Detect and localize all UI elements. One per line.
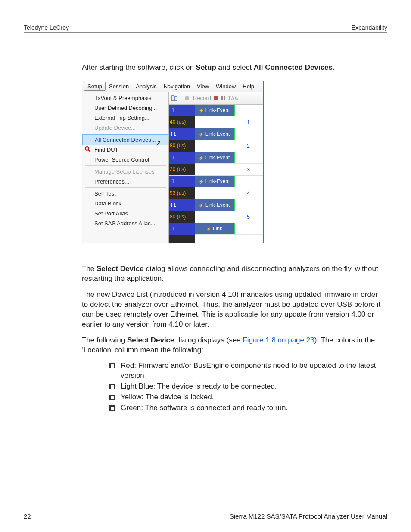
svg-line-1 <box>88 150 90 152</box>
firmware-paragraph: The new Device List (introduced in versi… <box>82 290 383 330</box>
event-label: ⚡Link-Event <box>195 105 235 116</box>
intro-text-suffix: . <box>333 63 335 72</box>
port-cell: I1 <box>169 152 195 164</box>
event-index: 1 <box>234 116 263 128</box>
trace-row: T180 (us)⚡Link-Event5 <box>169 199 263 223</box>
intro-bold-setup: Setup a <box>196 63 222 72</box>
time-cell: 40 (us) <box>169 116 195 128</box>
color-meaning-list: Red: Firmware and/or BusEngine component… <box>82 361 383 413</box>
record-circle-icon[interactable] <box>184 95 190 101</box>
list-item: Yellow: The device is locked. <box>121 392 383 402</box>
trigger-icon[interactable]: TRG <box>228 95 239 101</box>
menu-item[interactable]: Set SAS Address Alias... <box>82 218 168 228</box>
time-cell: 80 (us) <box>169 140 195 152</box>
event-text: Link-Event <box>206 202 230 208</box>
port-cell: I1 <box>169 176 195 187</box>
intro-text: After starting the software, click on <box>82 63 196 72</box>
select-device-paragraph: The Select Device dialog allows connecti… <box>82 264 383 284</box>
trace-row: I1⚡Link <box>169 223 263 243</box>
menubar: Setup Session Analysis Navigation View W… <box>82 81 263 92</box>
menu-window[interactable]: Window <box>212 82 239 91</box>
event-label: ⚡Link-Event <box>195 176 235 187</box>
menu-navigation[interactable]: Navigation <box>160 82 193 91</box>
port-cell: T1 <box>169 128 195 140</box>
intro-text-mid: nd select <box>222 63 254 72</box>
trace-row: I140 (us)⚡Link-Event1 <box>169 105 263 128</box>
menu-item: Manage Setup Licenses <box>82 167 168 177</box>
p-bold: Select Device <box>97 264 144 273</box>
lightning-icon: ⚡ <box>199 156 204 160</box>
setup-dropdown: TxVout & PreemphasisUser Defined Decodin… <box>82 92 169 243</box>
lightning-icon: ⚡ <box>199 108 204 113</box>
svg-rect-3 <box>175 96 177 101</box>
menu-separator <box>85 134 166 134</box>
event-label: ⚡Link-Event <box>195 128 235 140</box>
record-label[interactable]: Record <box>193 95 211 101</box>
menu-session[interactable]: Session <box>106 82 132 91</box>
menu-item[interactable]: User Defined Decoding... <box>82 103 168 113</box>
running-header: Teledyne LeCroy Expandability <box>24 24 387 33</box>
time-cell: 20 (us) <box>169 164 195 175</box>
menu-setup[interactable]: Setup <box>84 82 106 91</box>
p-text: dialog displays (see <box>174 336 243 344</box>
workarea: Record TRG I140 (us)⚡Link-Event1T180 (us… <box>169 92 263 243</box>
menu-item[interactable]: Preferences... <box>82 177 168 187</box>
header-left: Teledyne LeCroy <box>24 24 69 31</box>
menu-item[interactable]: Self Test <box>82 189 168 199</box>
intro-paragraph: After starting the software, click on Se… <box>82 63 383 73</box>
event-label: ⚡Link <box>195 223 235 235</box>
menu-item[interactable]: Data Block <box>82 199 168 208</box>
event-index: 4 <box>234 187 263 199</box>
port-cell: I1 <box>169 223 195 235</box>
find-dut-icon <box>84 146 91 153</box>
trace-row: T180 (us)⚡Link-Event2 <box>169 128 263 152</box>
header-right: Expandability <box>352 24 387 31</box>
event-text: Link-Event <box>206 107 230 113</box>
event-text: Link-Event <box>206 178 230 184</box>
menu-separator <box>85 187 166 188</box>
time-cell <box>169 235 195 243</box>
menu-item[interactable]: TxVout & Preemphasis <box>82 93 168 103</box>
list-item: Light Blue: The device is ready to be co… <box>121 382 383 392</box>
toolbar-separator <box>181 94 181 102</box>
event-index: 5 <box>234 211 263 223</box>
menu-item[interactable]: External Trig Setting... <box>82 113 168 123</box>
p-text: The <box>82 264 97 273</box>
event-index: 2 <box>234 140 263 152</box>
menu-analysis[interactable]: Analysis <box>132 82 160 91</box>
figure-xref-link[interactable]: Figure 1.8 on page 23 <box>243 336 314 344</box>
menu-view[interactable]: View <box>193 82 212 91</box>
stop-icon[interactable] <box>214 96 218 100</box>
event-text: Link <box>213 226 222 232</box>
port-cell: I1 <box>169 105 195 116</box>
event-index: 3 <box>234 164 263 175</box>
menu-separator <box>85 165 166 166</box>
menu-item[interactable]: Find DUT <box>82 145 168 155</box>
colors-paragraph: The following Select Device dialog displ… <box>82 336 383 355</box>
p-text: The following <box>82 336 127 344</box>
pause-icon[interactable] <box>221 96 225 100</box>
toolbar: Record TRG <box>169 92 263 105</box>
lightning-icon: ⚡ <box>199 203 204 208</box>
svg-point-0 <box>85 147 89 150</box>
event-index <box>234 235 263 243</box>
time-cell: 93 (us) <box>169 187 195 199</box>
svg-point-4 <box>185 96 189 100</box>
menu-item: Update Device... <box>82 123 168 133</box>
lightning-icon: ⚡ <box>199 179 204 184</box>
list-item: Red: Firmware and/or BusEngine component… <box>121 361 383 381</box>
toolbar-glyph-icon[interactable] <box>171 95 177 101</box>
port-cell: T1 <box>169 199 195 211</box>
intro-bold-devices: All Connected Devices <box>254 63 333 72</box>
screenshot-figure: Setup Session Analysis Navigation View W… <box>82 81 264 243</box>
menu-help[interactable]: Help <box>239 82 258 91</box>
trace-row: I120 (us)⚡Link-Event3 <box>169 152 263 176</box>
time-cell: 80 (us) <box>169 211 195 223</box>
list-item: Green: The software is connected and rea… <box>121 403 383 413</box>
menu-item[interactable]: Set Port Alias... <box>82 208 168 218</box>
event-text: Link-Event <box>206 131 230 137</box>
menu-item[interactable]: Power Source Control <box>82 155 168 165</box>
menu-item[interactable]: All Connected Devices...↖ <box>82 134 168 145</box>
trace-view: I140 (us)⚡Link-Event1T180 (us)⚡Link-Even… <box>169 105 263 243</box>
event-label: ⚡Link-Event <box>195 199 235 211</box>
